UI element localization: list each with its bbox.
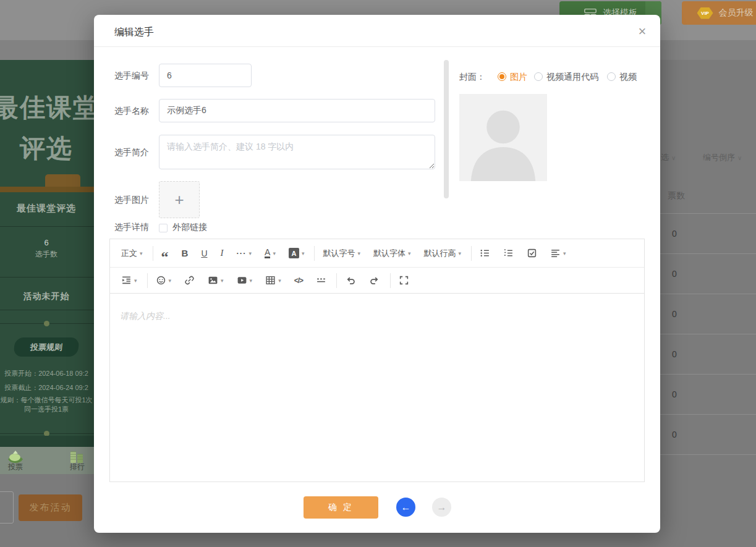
preview-tabbar: 投票 排行 [0,447,108,474]
radio-cover-embed[interactable] [534,72,543,81]
arrow-left-icon: ← [401,502,411,513]
voting-rules-badge: 投票规则 [13,337,79,357]
redo-icon[interactable] [369,275,380,286]
divider-icon[interactable] [316,275,326,286]
sort-dropdown[interactable]: 编号倒序∨ [703,152,742,163]
undo-icon[interactable] [345,275,356,286]
editor-placeholder: 请输入内容... [120,311,171,322]
bullet-list-icon[interactable] [480,248,490,258]
editor-toolbar-row2: ▾ ▾ [110,268,644,294]
task-list-icon[interactable] [527,248,537,258]
plus-icon: + [174,190,184,210]
vip-badge-icon: VIP [697,7,713,19]
vip-upgrade-label: 会员升级 [719,7,754,19]
align-dropdown[interactable]: ▾ [550,248,566,258]
code-view-icon[interactable]: </> [294,276,303,285]
caret-down-icon: ▾ [221,278,224,284]
vip-upgrade-button[interactable]: VIP 会员升级 [682,1,756,25]
font-size-dropdown[interactable]: 默认字号 ▾ [323,248,360,259]
radio-cover-video[interactable] [607,72,616,81]
divider-dot [44,321,49,326]
caret-down-icon: ▾ [140,250,143,257]
caret-down-icon: ▾ [134,278,137,284]
external-link-checkbox[interactable] [159,224,168,232]
caret-down-icon: ▾ [273,250,276,257]
insert-table-dropdown[interactable]: ▾ [265,275,281,286]
caret-down-icon: ▾ [278,278,281,284]
highlight-color-dropdown[interactable]: A ▾ [289,248,305,258]
ordered-list-icon[interactable] [503,248,514,258]
edit-contestant-dialog: 编辑选手 × 选手编号 选手名称 选手简介 选手图片 + 选手详情 外部链接 封… [94,15,660,533]
underline-icon[interactable]: U [201,248,207,258]
external-link-label[interactable]: 外部链接 [172,221,207,233]
previous-contestant-button[interactable]: ← [396,498,415,517]
caret-down-icon: ▾ [169,278,172,284]
blockquote-icon[interactable]: “ [161,253,169,260]
caret-down-icon: ▾ [408,250,411,257]
board-title-line2: 评选 [0,132,108,166]
line-height-dropdown[interactable]: 默认行高 ▾ [424,248,462,259]
close-icon[interactable]: × [634,23,650,40]
radio-cover-image[interactable] [498,72,506,81]
confirm-button[interactable]: 确 定 [304,496,378,519]
number-input[interactable] [159,64,252,87]
vote-end-time: 投票截止：2024-06-24 09:2 [0,383,108,392]
activity-preview-panel: 最佳课堂 评选 最佳课堂评选 6 选手数 活动未开始 投票规则 投票开始：202… [0,60,108,474]
publish-activity-button[interactable]: 发布活动 [19,494,82,521]
votes-column-header: 票数 [668,190,685,201]
font-color-dropdown[interactable]: A ▾ [265,248,276,258]
activity-title: 最佳课堂评选 [0,203,108,214]
image-upload-button[interactable]: + [159,181,200,218]
number-label: 选手编号 [114,64,149,87]
next-contestant-button[interactable]: → [432,498,451,517]
font-family-dropdown[interactable]: 默认字体 ▾ [373,248,411,259]
editor-content-area[interactable]: 请输入内容... [110,294,644,481]
activity-status: 活动未开始 [0,291,108,302]
detail-label: 选手详情 [114,221,149,233]
emoji-dropdown[interactable]: ▾ [156,275,172,286]
insert-image-dropdown[interactable]: ▾ [208,275,224,286]
radio-cover-image-label[interactable]: 图片 [510,70,527,83]
cover-image-placeholder [459,94,547,181]
indent-dropdown[interactable]: ▾ [121,275,137,286]
form-scrollbar[interactable] [444,60,449,198]
image-label: 选手图片 [114,181,149,218]
name-label: 选手名称 [114,99,149,122]
link-icon[interactable] [184,275,195,286]
tab-rank-label: 排行 [70,462,85,472]
caret-down-icon: ▾ [249,250,252,257]
chevron-down-icon: ∨ [737,155,742,161]
chevron-down-icon: ∨ [671,155,676,161]
name-input[interactable] [159,99,435,122]
vote-start-time: 投票开始：2024-06-18 09:2 [0,369,108,378]
contestant-count: 6 [0,238,108,247]
bold-icon[interactable]: B [182,248,189,258]
vote-rule-line2: 同一选手投1票 [0,405,108,414]
caret-down-icon: ▾ [250,278,253,284]
board-title-line1: 最佳课堂 [0,91,108,125]
radio-cover-embed-label[interactable]: 视频通用代码 [546,70,598,83]
person-silhouette-icon [459,94,547,181]
paragraph-style-dropdown[interactable]: 正文 ▾ [121,248,143,259]
intro-label: 选手简介 [114,135,149,169]
partial-card-edge [0,491,14,524]
caret-down-icon: ▾ [357,250,360,257]
arrow-right-icon: → [437,502,447,513]
caret-down-icon: ▾ [459,250,462,257]
editor-toolbar-row1: 正文 ▾ “ B U I ··· ▾ A ▾ A ▾ 默认字号 ▾ [110,239,644,268]
chalk-ledge-graphic [0,187,108,192]
vote-rule-line1: 规则：每个微信号每天可投1次 [0,396,108,405]
intro-textarea[interactable] [159,135,435,169]
more-text-styles-dropdown[interactable]: ··· ▾ [237,248,252,258]
caret-down-icon: ▾ [302,250,305,257]
italic-icon[interactable]: I [221,248,224,258]
fullscreen-icon[interactable] [399,275,409,286]
caret-down-icon: ▾ [563,250,566,257]
rich-text-editor: 正文 ▾ “ B U I ··· ▾ A ▾ A ▾ 默认字号 ▾ [109,239,645,482]
tab-vote-label: 投票 [8,462,23,472]
radio-cover-video-label[interactable]: 视频 [619,70,637,83]
tab-vote[interactable]: 投票 [0,447,46,474]
dialog-title: 编辑选手 [94,15,660,47]
cover-label: 封面： [459,70,485,83]
insert-video-dropdown[interactable]: ▾ [237,275,253,286]
